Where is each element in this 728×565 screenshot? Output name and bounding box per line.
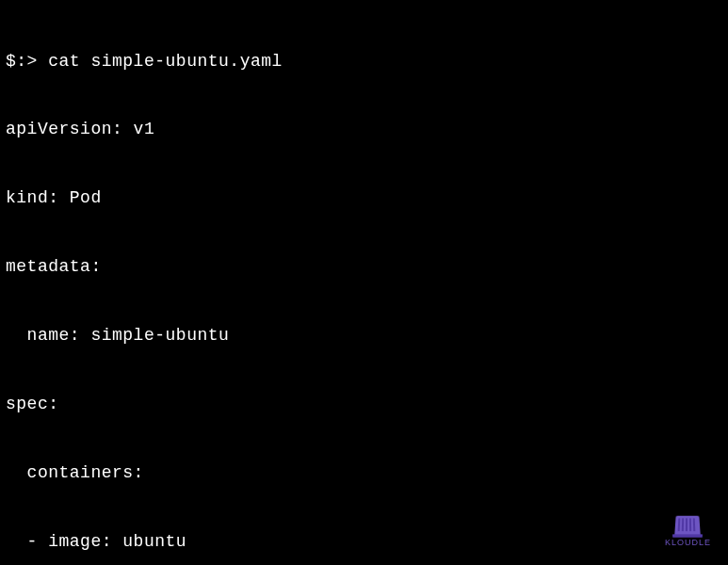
kloudle-logo-icon (675, 516, 701, 535)
watermark: KLOUDLE (665, 515, 711, 548)
terminal-line: spec: (6, 393, 722, 415)
terminal-line: - image: ubuntu (6, 530, 722, 553)
terminal-line: metadata: (6, 255, 722, 278)
terminal-output: $:> cat simple-ubuntu.yaml apiVersion: v… (6, 4, 722, 565)
terminal-line: containers: (6, 461, 722, 484)
terminal-line: name: simple-ubuntu (6, 324, 722, 347)
terminal-line: kind: Pod (6, 186, 722, 209)
terminal-line: apiVersion: v1 (6, 118, 722, 140)
watermark-label: KLOUDLE (665, 537, 711, 548)
terminal-line: $:> cat simple-ubuntu.yaml (6, 50, 722, 73)
